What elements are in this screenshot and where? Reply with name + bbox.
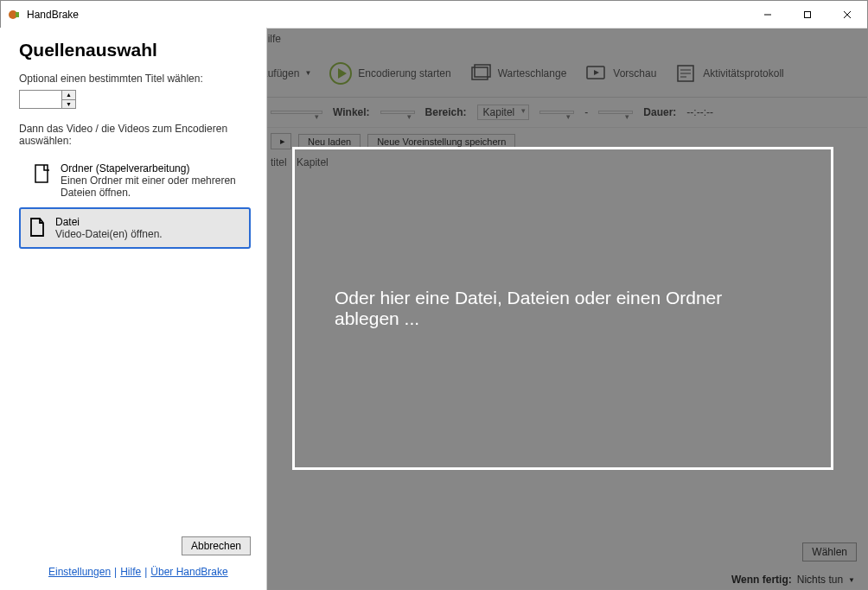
footer-links: Einstellungen|Hilfe|Über HandBrake bbox=[19, 566, 228, 578]
drop-zone-message: Oder hier eine Datei, Dateien oder einen… bbox=[335, 288, 791, 329]
svg-rect-16 bbox=[35, 165, 48, 182]
folder-option-title: Ordner (Stapelverarbeitung) bbox=[61, 162, 244, 174]
range-label: Bereich: bbox=[425, 106, 467, 118]
toolbar-queue[interactable]: Warteschlange bbox=[462, 58, 574, 89]
titlebar: HandBrake bbox=[1, 1, 867, 29]
file-option-title: Datei bbox=[55, 216, 163, 228]
svg-rect-1 bbox=[16, 12, 19, 17]
preset-expand[interactable]: ▸ bbox=[271, 133, 291, 149]
chevron-down-icon: ▼ bbox=[304, 69, 311, 77]
preview-icon bbox=[584, 61, 608, 86]
toolbar-start[interactable]: Encodierung starten bbox=[322, 58, 457, 89]
maximize-button[interactable] bbox=[788, 1, 827, 28]
folder-option-desc: Einen Ordner mit einer oder mehreren Dat… bbox=[61, 174, 244, 199]
link-about[interactable]: Über HandBrake bbox=[150, 566, 227, 578]
folder-icon bbox=[33, 162, 52, 185]
source-panel: Quellenauswahl Optional einen bestimmten… bbox=[0, 28, 267, 590]
range-to[interactable] bbox=[598, 111, 633, 114]
title-spinner[interactable]: ▲▼ bbox=[19, 90, 76, 109]
play-icon bbox=[329, 61, 353, 86]
optional-title-hint: Optional einen bestimmten Titel wählen: bbox=[19, 73, 251, 85]
duration-value: --:--:-- bbox=[686, 106, 713, 118]
svg-marker-11 bbox=[594, 70, 599, 75]
chevron-down-icon: ▼ bbox=[848, 576, 855, 584]
file-icon bbox=[28, 216, 47, 238]
bottom-row: Wählen bbox=[802, 542, 857, 561]
file-option-desc: Video-Datei(en) öffnen. bbox=[55, 228, 163, 240]
angle-label: Winkel: bbox=[333, 106, 370, 118]
title-input[interactable] bbox=[20, 91, 61, 108]
svg-marker-7 bbox=[338, 68, 347, 79]
duration-label: Dauer: bbox=[643, 106, 676, 118]
params-row: Winkel: Bereich: Kapitel - Dauer: --:--:… bbox=[260, 98, 867, 128]
source-heading: Quellenauswahl bbox=[19, 40, 251, 60]
minimize-button[interactable] bbox=[748, 1, 788, 28]
range-from[interactable] bbox=[539, 111, 574, 114]
select-source-hint: Dann das Video / die Videos zum Encodier… bbox=[19, 123, 251, 147]
link-help[interactable]: Hilfe bbox=[120, 566, 141, 578]
toolbar-preview-label: Vorschau bbox=[613, 67, 656, 79]
range-dash: - bbox=[584, 106, 588, 118]
range-select[interactable]: Kapitel bbox=[477, 105, 530, 120]
cancel-button[interactable]: Abbrechen bbox=[182, 536, 251, 555]
when-done-label: Wenn fertig: bbox=[731, 574, 792, 586]
app-icon bbox=[8, 8, 22, 22]
when-done-value[interactable]: Nichts tun bbox=[797, 574, 843, 586]
queue-icon bbox=[469, 61, 493, 86]
title-select[interactable] bbox=[271, 111, 322, 114]
spinner-arrows[interactable]: ▲▼ bbox=[61, 91, 75, 108]
svg-rect-3 bbox=[805, 11, 811, 17]
window-controls bbox=[748, 1, 867, 28]
choose-button[interactable]: Wählen bbox=[802, 542, 857, 561]
status-row: Wenn fertig: Nichts tun ▼ bbox=[731, 574, 855, 586]
close-button[interactable] bbox=[827, 1, 867, 28]
toolbar-activity-label: Aktivitätsprotokoll bbox=[703, 67, 783, 79]
app-title: HandBrake bbox=[27, 9, 748, 21]
source-option-folder[interactable]: Ordner (Stapelverarbeitung) Einen Ordner… bbox=[21, 155, 251, 206]
toolbar-queue-label: Warteschlange bbox=[498, 67, 567, 79]
toolbar-activity[interactable]: Aktivitätsprotokoll bbox=[667, 58, 790, 89]
activity-icon bbox=[673, 61, 698, 86]
toolbar-preview[interactable]: Vorschau bbox=[577, 58, 663, 89]
angle-select[interactable] bbox=[380, 111, 415, 114]
toolbar-start-label: Encodierung starten bbox=[358, 67, 450, 79]
source-option-file[interactable]: Datei Video-Datei(en) öffnen. bbox=[19, 207, 251, 249]
drop-zone[interactable]: Oder hier eine Datei, Dateien oder einen… bbox=[292, 147, 833, 470]
link-settings[interactable]: Einstellungen bbox=[48, 566, 111, 578]
tab-title[interactable]: titel bbox=[271, 156, 287, 168]
